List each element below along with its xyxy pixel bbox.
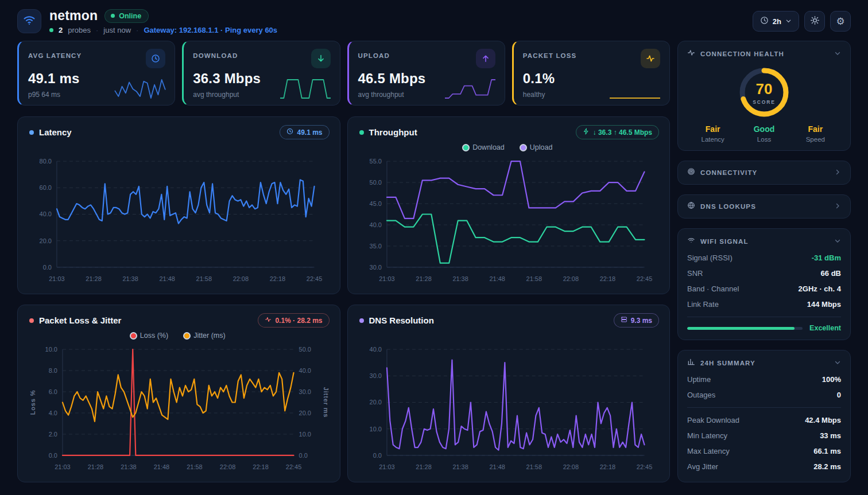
activity-icon <box>265 316 272 325</box>
probes-count: 2 <box>59 26 63 34</box>
connection-health-header[interactable]: CONNECTION HEALTH <box>687 49 841 59</box>
stat-label: UPLOAD <box>358 49 390 59</box>
svg-text:30.0: 30.0 <box>369 372 381 379</box>
health-metric-speed: Fair Speed <box>790 124 841 143</box>
status-badge: Online <box>104 9 149 23</box>
chart-title: DNS Resolution <box>369 315 434 325</box>
svg-text:8.0: 8.0 <box>49 367 57 374</box>
divider <box>687 407 841 408</box>
legend-jitter[interactable]: Jitter (ms) <box>183 332 226 340</box>
legend-loss[interactable]: Loss (%) <box>130 332 168 340</box>
wifi-row-link-rate: Link Rate144 Mbps <box>687 297 841 312</box>
svg-text:21:38: 21:38 <box>452 275 468 282</box>
wifi-icon <box>687 236 695 247</box>
chevron-right-icon <box>834 201 841 212</box>
svg-text:50.0: 50.0 <box>299 346 311 353</box>
legend-upload[interactable]: Upload <box>520 143 553 151</box>
svg-text:2.0: 2.0 <box>49 431 57 438</box>
health-score-label: SCORE <box>753 99 776 105</box>
summary-row-outages: Outages0 <box>687 387 841 403</box>
dns-badge: 9.3 ms <box>614 313 659 328</box>
download-sparkline <box>279 79 332 99</box>
summary-row-peak-download: Peak Download42.4 Mbps <box>687 412 841 428</box>
online-dot-icon <box>111 14 115 18</box>
chart-title: Throughput <box>369 127 417 137</box>
svg-text:21:48: 21:48 <box>159 275 175 282</box>
last-updated: just now <box>103 26 131 34</box>
download-legend-dot-icon <box>462 144 470 151</box>
chevron-down-icon <box>834 49 841 59</box>
svg-text:4.0: 4.0 <box>49 410 57 416</box>
dns-resolution-chart: 40.030.020.010.00.021:0321:2821:3821:482… <box>356 344 660 476</box>
svg-text:0.0: 0.0 <box>49 452 57 459</box>
upload-sparkline <box>444 79 497 99</box>
connection-health-panel: CONNECTION HEALTH 70 SCORE Fair <box>677 41 851 151</box>
health-metric-latency: Fair Latency <box>687 124 738 143</box>
svg-text:22:18: 22:18 <box>270 275 285 282</box>
bar-chart-icon <box>687 358 695 368</box>
svg-text:40.0: 40.0 <box>369 221 381 228</box>
summary-panel: 24H SUMMARY Uptime100% Outages0 Peak Dow… <box>677 350 851 482</box>
svg-text:21:28: 21:28 <box>86 275 101 282</box>
gateway-info: Gateway: 192.168.1.1 · Ping every 60s <box>144 26 277 34</box>
svg-text:45.0: 45.0 <box>369 200 381 207</box>
dns-chart-card: DNS Resolution 9.3 ms 40.030.020.010.00.… <box>347 305 671 482</box>
health-score-value: 70 <box>756 80 773 98</box>
loss-legend-dot-icon <box>130 332 137 340</box>
svg-text:35.0: 35.0 <box>369 243 381 250</box>
summary-row-max-latency: Max Latency66.1 ms <box>687 443 841 459</box>
svg-text:21:03: 21:03 <box>379 463 394 470</box>
svg-text:Jitter ms: Jitter ms <box>323 387 330 418</box>
chart-title: Latency <box>39 127 72 137</box>
stat-card-packet-loss: PACKET LOSS 0.1% healthy <box>512 41 670 106</box>
svg-text:40.0: 40.0 <box>369 346 381 353</box>
chevron-down-icon <box>834 236 841 247</box>
svg-text:30.0: 30.0 <box>299 388 311 395</box>
server-icon <box>621 316 627 325</box>
svg-text:22:08: 22:08 <box>233 275 249 282</box>
throughput-chart-card: Throughput ↓ 36.3 ↑ 46.5 Mbps Download U… <box>347 116 671 294</box>
gear-icon: ⚙ <box>836 17 844 26</box>
stat-card-download: DOWNLOAD 36.3 Mbps avg throughput <box>182 41 340 106</box>
theme-toggle-button[interactable] <box>804 11 825 32</box>
time-range-button[interactable]: 2h <box>753 11 799 32</box>
packet-loss-jitter-chart: 10.08.06.04.02.00.050.040.030.020.010.00… <box>26 344 330 476</box>
svg-text:60.0: 60.0 <box>40 184 52 191</box>
globe-icon <box>687 201 695 212</box>
health-metric-loss: Good Loss <box>738 124 789 143</box>
svg-text:21:58: 21:58 <box>526 275 541 282</box>
svg-text:22:45: 22:45 <box>636 275 652 282</box>
wifi-signal-header[interactable]: WIFI SIGNAL <box>687 236 841 247</box>
stat-label: DOWNLOAD <box>193 49 238 59</box>
dns-dot-icon <box>359 318 364 323</box>
svg-text:22:18: 22:18 <box>599 463 615 470</box>
summary-row-uptime: Uptime100% <box>687 372 841 387</box>
latency-badge: 49.1 ms <box>280 125 329 139</box>
chevron-down-icon <box>834 358 841 368</box>
connectivity-panel[interactable]: CONNECTIVITY <box>677 161 851 185</box>
wifi-signal-panel: WIFI SIGNAL Signal (RSSI)-31 dBm SNR66 d… <box>677 228 851 340</box>
svg-text:0.0: 0.0 <box>373 452 381 459</box>
svg-text:50.0: 50.0 <box>369 179 381 186</box>
svg-text:22:45: 22:45 <box>286 463 301 470</box>
svg-text:30.0: 30.0 <box>369 264 381 271</box>
latency-chart-card: Latency 49.1 ms 80.060.040.020.00.021:03… <box>17 116 340 294</box>
app-logo <box>17 9 41 33</box>
activity-icon <box>641 49 660 68</box>
summary-header[interactable]: 24H SUMMARY <box>687 358 841 368</box>
svg-text:21:03: 21:03 <box>379 275 394 282</box>
dns-lookups-panel[interactable]: DNS LOOKUPS <box>677 194 851 219</box>
settings-button[interactable]: ⚙ <box>830 11 851 32</box>
svg-text:22:08: 22:08 <box>220 463 235 470</box>
svg-text:40.0: 40.0 <box>40 211 52 218</box>
svg-text:21:28: 21:28 <box>416 275 431 282</box>
svg-text:Loss %: Loss % <box>29 390 36 415</box>
wifi-row-band: Band · Channel2GHz · ch. 4 <box>687 281 841 297</box>
jitter-legend-dot-icon <box>183 332 191 340</box>
packet-loss-sparkline <box>609 79 661 99</box>
legend-download[interactable]: Download <box>462 143 505 151</box>
svg-text:10.0: 10.0 <box>299 431 311 438</box>
svg-text:21:48: 21:48 <box>154 463 169 470</box>
svg-text:20.0: 20.0 <box>299 410 311 416</box>
svg-text:21:38: 21:38 <box>452 463 468 470</box>
